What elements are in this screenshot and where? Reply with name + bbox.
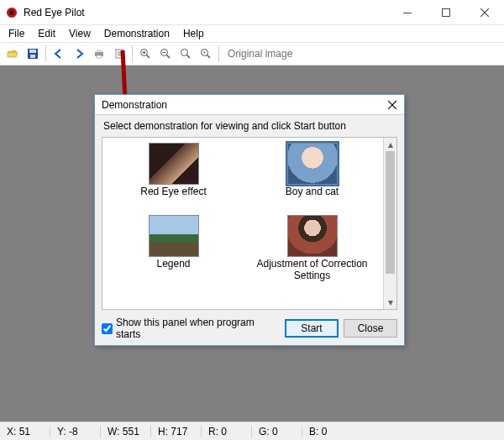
- dialog-title: Demonstration: [102, 99, 382, 111]
- zoom-in-icon: [139, 47, 152, 60]
- demo-item-adjustment[interactable]: Adjustment of Correction Settings: [243, 215, 381, 282]
- status-b: B: 0: [302, 426, 353, 437]
- document-icon: [113, 48, 125, 60]
- save-button[interactable]: [24, 45, 42, 63]
- app-title: Red Eye Pilot: [24, 7, 85, 18]
- zoom-in-button[interactable]: [136, 45, 155, 63]
- status-x: X: 51: [0, 426, 50, 437]
- scroll-thumb[interactable]: [386, 151, 395, 274]
- forward-button[interactable]: [70, 45, 88, 63]
- dialog-bottom: Show this panel when program starts Star…: [95, 313, 404, 345]
- demo-item-legend[interactable]: Legend: [104, 215, 243, 282]
- print-button[interactable]: [90, 45, 108, 63]
- demo-item-boy-and-cat[interactable]: Boy and cat: [243, 143, 381, 198]
- close-icon: [388, 101, 396, 109]
- open-button[interactable]: [3, 45, 22, 63]
- demo-thumbnail: [287, 215, 338, 257]
- demo-list-scrollbar[interactable]: ▴ ▾: [383, 138, 396, 309]
- toolbar-separator: [45, 45, 46, 62]
- menu-help[interactable]: Help: [176, 27, 211, 40]
- scroll-down-icon[interactable]: ▾: [384, 296, 396, 309]
- demo-item-red-eye[interactable]: Red Eye effect: [104, 143, 243, 198]
- status-w: W: 551: [101, 426, 151, 437]
- svg-rect-6: [30, 55, 35, 58]
- close-button-dialog[interactable]: Close: [344, 319, 397, 338]
- arrow-right-icon: [73, 48, 85, 60]
- titlebar: Red Eye Pilot: [0, 0, 504, 25]
- arrow-left-icon: [53, 48, 65, 60]
- svg-point-13: [181, 50, 188, 56]
- menu-demonstration[interactable]: Demonstration: [97, 27, 176, 40]
- menu-file[interactable]: File: [2, 27, 31, 40]
- demo-label: Red Eye effect: [140, 186, 207, 198]
- demonstration-dialog: Demonstration Select demonstration for v…: [94, 94, 405, 346]
- statusbar: X: 51 Y: -8 W: 551 H: 717 R: 0 G: 0 B: 0: [0, 422, 504, 440]
- menu-edit[interactable]: Edit: [31, 27, 62, 40]
- app-icon: [5, 6, 18, 19]
- status-r: R: 0: [202, 426, 252, 437]
- close-icon: [480, 8, 489, 17]
- svg-rect-2: [403, 13, 412, 13]
- zoom-actual-button[interactable]: [197, 45, 215, 63]
- status-h: H: 717: [151, 426, 202, 437]
- workspace: Demonstration Select demonstration for v…: [0, 65, 504, 422]
- svg-point-1: [10, 10, 14, 14]
- show-panel-checkbox[interactable]: Show this panel when program starts: [102, 317, 280, 340]
- demo-thumbnail: [149, 215, 199, 257]
- minimize-button[interactable]: [388, 0, 427, 25]
- maximize-icon: [442, 8, 450, 17]
- demo-label: Adjustment of Correction Settings: [254, 259, 371, 282]
- demo-label: Boy and cat: [286, 186, 339, 198]
- show-panel-label: Show this panel when program starts: [116, 317, 280, 340]
- minimize-icon: [403, 8, 412, 17]
- zoom-fit-button[interactable]: [176, 45, 195, 63]
- svg-point-15: [204, 52, 206, 54]
- dialog-titlebar: Demonstration: [95, 95, 404, 115]
- menu-view[interactable]: View: [62, 27, 97, 40]
- floppy-icon: [26, 47, 39, 60]
- toolbar-separator: [132, 45, 133, 62]
- toolbar-separator: [218, 45, 219, 62]
- original-image-label[interactable]: Original image: [223, 48, 297, 60]
- zoom-fit-icon: [179, 47, 192, 60]
- zoom-100-icon: [199, 47, 213, 60]
- menubar: File Edit View Demonstration Help: [0, 25, 504, 42]
- folder-open-icon: [6, 47, 19, 60]
- toolbar: Original image: [0, 42, 504, 65]
- settings-button[interactable]: [110, 45, 129, 63]
- status-y: Y: -8: [50, 426, 101, 437]
- demo-list: Red Eye effect Boy and cat Legend Adjust…: [102, 137, 397, 310]
- svg-rect-3: [443, 8, 450, 16]
- printer-icon: [92, 47, 106, 60]
- dialog-close-button[interactable]: [382, 97, 402, 113]
- show-panel-check[interactable]: [102, 323, 113, 334]
- demo-label: Legend: [156, 259, 190, 270]
- demo-thumbnail: [287, 143, 338, 185]
- maximize-button[interactable]: [427, 0, 465, 25]
- start-button[interactable]: Start: [285, 319, 339, 338]
- close-button[interactable]: [465, 0, 504, 25]
- zoom-out-icon: [159, 47, 172, 60]
- svg-rect-9: [97, 55, 102, 58]
- dialog-instruction: Select demonstration for viewing and cli…: [95, 115, 404, 135]
- zoom-out-button[interactable]: [156, 45, 175, 63]
- demo-thumbnail: [149, 143, 199, 185]
- svg-rect-8: [97, 50, 102, 52]
- svg-rect-5: [29, 50, 36, 53]
- scroll-up-icon[interactable]: ▴: [384, 138, 396, 151]
- back-button[interactable]: [50, 45, 68, 63]
- status-g: G: 0: [252, 426, 302, 437]
